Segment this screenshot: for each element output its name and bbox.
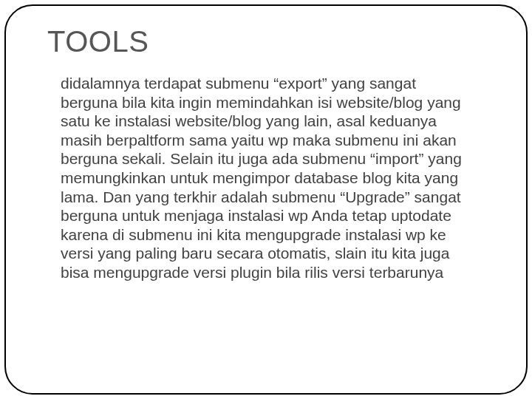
slide-frame: TOOLS didalamnya terdapat submenu “expor…	[4, 4, 528, 395]
slide-body: didalamnya terdapat submenu “export” yan…	[61, 74, 474, 282]
body-text: didalamnya terdapat submenu “export” yan…	[61, 74, 474, 282]
slide-title: TOOLS	[47, 25, 149, 58]
